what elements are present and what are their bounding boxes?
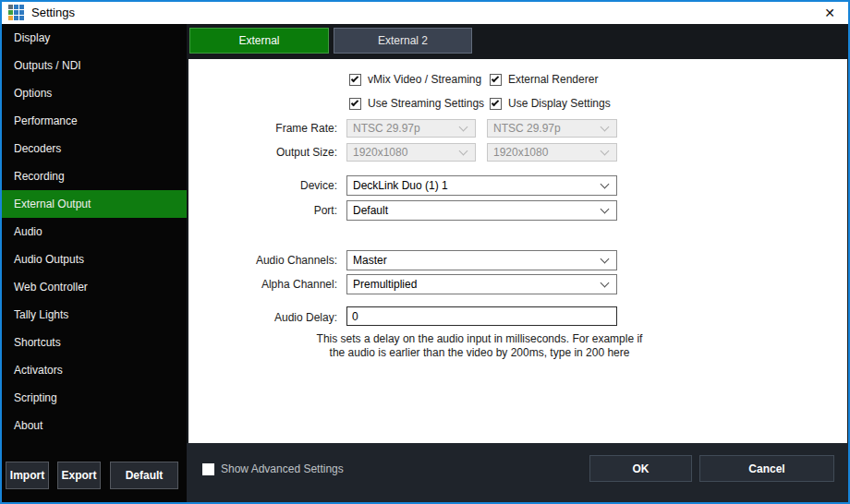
audio-channels-value: Master [353, 250, 387, 270]
sidebar-item-recording[interactable]: Recording [2, 162, 187, 190]
help-line-1: This sets a delay on the audio input in … [290, 332, 669, 346]
main-panel: External External 2 vMix Video / Streami… [187, 24, 848, 502]
help-line-2: the audio is earlier than the video by 2… [290, 346, 669, 360]
sidebar-item-web-controller[interactable]: Web Controller [2, 273, 187, 301]
default-button[interactable]: Default [110, 462, 178, 489]
port-select[interactable]: Default [346, 200, 617, 221]
device-select[interactable]: DeckLink Duo (1) 1 [346, 175, 617, 196]
frame-rate-label: Frame Rate: [188, 119, 337, 138]
checkbox-box [349, 74, 361, 86]
ok-button[interactable]: OK [589, 455, 692, 482]
frame-rate-select-2[interactable]: NTSC 29.97p [487, 119, 617, 138]
checkbox-label: Use Display Settings [508, 97, 611, 110]
frame-rate-select-1[interactable]: NTSC 29.97p [346, 119, 476, 138]
audio-delay-label: Audio Delay: [188, 308, 337, 328]
sidebar-item-tally-lights[interactable]: Tally Lights [2, 301, 187, 329]
sidebar-item-audio[interactable]: Audio [2, 218, 187, 246]
tab-strip: External External 2 [187, 24, 848, 59]
output-size-select-1[interactable]: 1920x1080 [346, 143, 476, 162]
sidebar-item-decoders[interactable]: Decoders [2, 135, 187, 162]
chevron-down-icon [601, 147, 610, 156]
chevron-down-icon [601, 205, 610, 214]
checkmark-icon [351, 98, 358, 105]
chevron-down-icon [601, 255, 610, 264]
external-output-form: vMix Video / Streaming External Renderer… [188, 59, 847, 443]
audio-channels-label: Audio Channels: [188, 250, 337, 270]
checkbox-external-renderer[interactable]: External Renderer [490, 73, 598, 86]
port-value: Default [353, 200, 388, 221]
chevron-down-icon [601, 279, 610, 288]
frame-rate-value-2: NTSC 29.97p [493, 119, 561, 138]
sidebar-item-external-output[interactable]: External Output [2, 190, 187, 218]
vmix-logo-icon [8, 5, 26, 22]
audio-channels-select[interactable]: Master [346, 250, 617, 270]
sidebar-item-audio-outputs[interactable]: Audio Outputs [2, 246, 187, 273]
audio-delay-input[interactable] [346, 306, 617, 326]
device-value: DeckLink Duo (1) 1 [353, 175, 448, 196]
audio-delay-help-text: This sets a delay on the audio input in … [290, 332, 669, 360]
export-button[interactable]: Export [57, 462, 101, 489]
sidebar-item-outputs-ndi[interactable]: Outputs / NDI [2, 52, 187, 79]
checkbox-use-display-settings[interactable]: Use Display Settings [490, 97, 611, 110]
checkmark-icon [492, 98, 499, 105]
sidebar-item-activators[interactable]: Activators [2, 356, 187, 384]
sidebar-item-shortcuts[interactable]: Shortcuts [2, 329, 187, 356]
tab-external-2[interactable]: External 2 [334, 28, 472, 54]
sidebar-item-performance[interactable]: Performance [2, 107, 187, 135]
tab-external[interactable]: External [189, 28, 329, 54]
checkbox-label: Use Streaming Settings [368, 97, 484, 110]
checkmark-icon [351, 74, 358, 81]
checkmark-icon [492, 74, 499, 81]
chevron-down-icon [459, 123, 468, 132]
cancel-button[interactable]: Cancel [699, 455, 834, 482]
chevron-down-icon [601, 180, 610, 189]
device-label: Device: [188, 175, 337, 196]
import-button[interactable]: Import [6, 462, 49, 489]
output-size-label: Output Size: [188, 143, 337, 162]
settings-window: Settings ✕ Display Outputs / NDI Options… [0, 0, 850, 504]
checkbox-label: External Renderer [508, 73, 598, 86]
port-label: Port: [188, 200, 337, 221]
alpha-channel-select[interactable]: Premultiplied [346, 274, 617, 294]
alpha-channel-label: Alpha Channel: [188, 274, 337, 294]
checkbox-use-streaming-settings[interactable]: Use Streaming Settings [349, 97, 484, 110]
checkbox-box [349, 98, 361, 110]
output-size-value-1: 1920x1080 [353, 143, 407, 162]
show-advanced-settings-checkbox[interactable]: Show Advanced Settings [202, 462, 344, 475]
settings-sidebar: Display Outputs / NDI Options Performanc… [2, 24, 187, 502]
chevron-down-icon [601, 123, 610, 132]
alpha-channel-value: Premultiplied [353, 274, 417, 294]
footer-bar: Show Advanced Settings OK Cancel [187, 443, 848, 502]
frame-rate-value-1: NTSC 29.97p [353, 119, 420, 138]
checkbox-box [202, 463, 214, 475]
checkbox-label: Show Advanced Settings [221, 462, 344, 475]
sidebar-item-options[interactable]: Options [2, 79, 187, 107]
checkbox-label: vMix Video / Streaming [368, 73, 481, 86]
chevron-down-icon [459, 147, 468, 156]
title-bar: Settings ✕ [2, 2, 848, 24]
close-icon[interactable]: ✕ [820, 5, 839, 21]
output-size-value-2: 1920x1080 [493, 143, 548, 162]
sidebar-item-about[interactable]: About [2, 412, 187, 439]
sidebar-item-scripting[interactable]: Scripting [2, 384, 187, 412]
output-size-select-2[interactable]: 1920x1080 [487, 143, 617, 162]
checkbox-box [490, 98, 502, 110]
sidebar-item-display[interactable]: Display [2, 24, 187, 52]
window-title: Settings [31, 6, 75, 19]
checkbox-vmix-video-streaming[interactable]: vMix Video / Streaming [349, 73, 481, 86]
checkbox-box [490, 74, 502, 86]
